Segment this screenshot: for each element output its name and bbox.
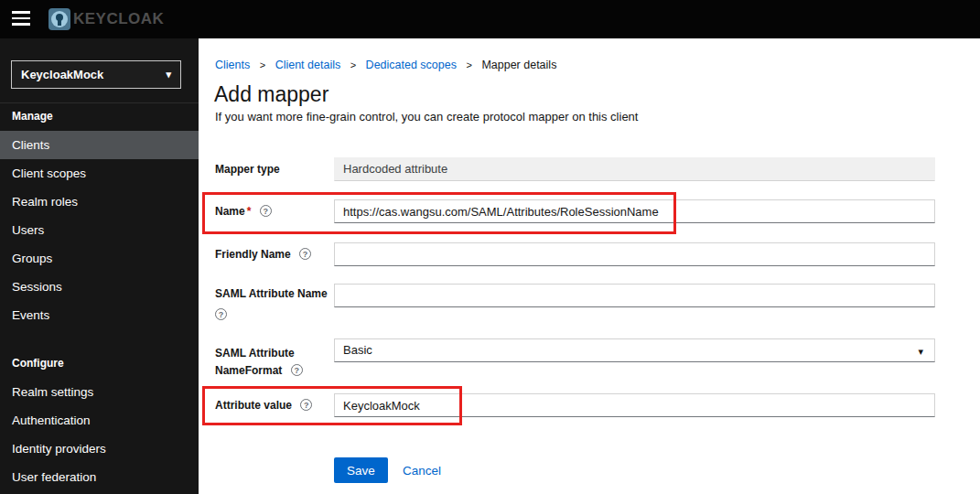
mapper-type-field: Hardcoded attribute xyxy=(334,157,935,181)
breadcrumb-separator-icon: > xyxy=(260,59,265,70)
saml-attribute-name-input[interactable] xyxy=(334,284,935,307)
chevron-down-icon: ▾ xyxy=(918,339,923,363)
breadcrumb-current: Mapper details xyxy=(481,59,556,71)
nav-section-configure: Configure xyxy=(12,357,64,370)
sidebar-item-identity-providers[interactable]: Identity providers xyxy=(0,435,199,463)
sidebar-item-realm-settings[interactable]: Realm settings xyxy=(0,378,199,406)
breadcrumb-separator-icon: > xyxy=(350,59,356,70)
save-button[interactable]: Save xyxy=(334,457,388,483)
breadcrumb-link-clients[interactable]: Clients xyxy=(215,59,250,71)
saml-attribute-name-label-text: SAML Attribute Name xyxy=(215,287,328,300)
mapper-type-label: Mapper type xyxy=(215,163,280,176)
friendly-name-label-text: Friendly Name xyxy=(215,248,291,261)
friendly-name-label: Friendly Name ? xyxy=(215,248,311,261)
sidebar-item-sessions[interactable]: Sessions xyxy=(0,273,199,301)
attribute-value-input[interactable] xyxy=(334,393,935,417)
sidebar-item-groups[interactable]: Groups xyxy=(0,244,199,273)
required-indicator: * xyxy=(247,205,252,218)
keycloak-logo-icon xyxy=(48,7,71,31)
name-label-text: Name xyxy=(215,205,245,218)
friendly-name-input[interactable] xyxy=(334,242,935,266)
sidebar-item-client-scopes[interactable]: Client scopes xyxy=(0,159,199,188)
nav-section-manage: Manage xyxy=(12,110,53,123)
attribute-value-label: Attribute value ? xyxy=(215,399,312,412)
page-title: Add mapper xyxy=(214,82,328,107)
saml-attribute-name-label: SAML Attribute Name ? xyxy=(215,285,343,320)
help-icon[interactable]: ? xyxy=(215,308,227,320)
sidebar-item-user-federation[interactable]: User federation xyxy=(0,463,199,491)
help-icon[interactable]: ? xyxy=(260,205,272,217)
attribute-value-label-text: Attribute value xyxy=(215,399,292,412)
sidebar-item-clients[interactable]: Clients xyxy=(0,131,199,159)
help-icon[interactable]: ? xyxy=(299,248,311,260)
sidebar-item-events[interactable]: Events xyxy=(0,301,199,329)
selected-option: Basic xyxy=(343,343,372,357)
menu-toggle-icon[interactable] xyxy=(12,11,30,27)
breadcrumb-link-client-details[interactable]: Client details xyxy=(275,59,341,71)
name-input[interactable] xyxy=(334,199,935,223)
page-subtitle: If you want more fine-grain control, you… xyxy=(215,110,638,124)
chevron-down-icon: ▾ xyxy=(166,69,171,81)
sidebar-item-users[interactable]: Users xyxy=(0,216,199,244)
saml-attribute-nameformat-label-text: SAML Attribute NameFormat xyxy=(215,347,295,377)
breadcrumb: Clients > Client details > Dedicated sco… xyxy=(215,59,556,71)
realm-name: KeycloakMock xyxy=(21,68,103,81)
help-icon[interactable]: ? xyxy=(291,364,303,376)
sidebar-item-authentication[interactable]: Authentication xyxy=(0,406,199,435)
keycloak-logo: KEYCLOAK xyxy=(48,7,164,31)
cancel-button[interactable]: Cancel xyxy=(403,464,441,478)
saml-attribute-nameformat-label: SAML Attribute NameFormat ? xyxy=(215,345,307,380)
top-bar: KEYCLOAK xyxy=(0,0,980,38)
name-label: Name* ? xyxy=(215,205,272,218)
help-icon[interactable]: ? xyxy=(300,399,312,411)
sidebar: KeycloakMock ▾ Manage Clients Client sco… xyxy=(0,38,199,494)
breadcrumb-separator-icon: > xyxy=(466,59,471,70)
sidebar-item-realm-roles[interactable]: Realm roles xyxy=(0,188,199,216)
sidebar-divider xyxy=(0,102,199,103)
breadcrumb-link-dedicated-scopes[interactable]: Dedicated scopes xyxy=(366,59,457,71)
realm-selector[interactable]: KeycloakMock ▾ xyxy=(11,60,181,89)
brand-text: KEYCLOAK xyxy=(73,10,164,28)
saml-attribute-nameformat-select[interactable]: Basic ▾ xyxy=(334,338,935,362)
